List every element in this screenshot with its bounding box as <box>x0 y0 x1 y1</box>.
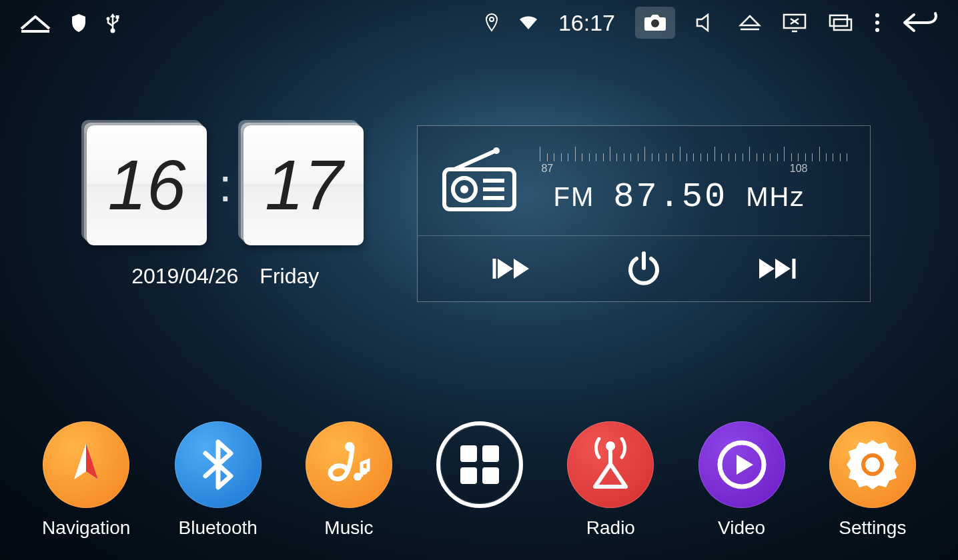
freq-value: 87.50 <box>613 177 727 217</box>
radio-icon <box>438 146 521 216</box>
usb-icon <box>105 11 120 34</box>
status-bar: 16:17 <box>0 0 958 45</box>
svg-point-15 <box>875 13 879 17</box>
svg-point-5 <box>490 17 494 21</box>
svg-rect-34 <box>460 467 477 484</box>
svg-point-25 <box>493 147 500 154</box>
svg-rect-33 <box>482 445 499 462</box>
app-dock: NavigationBluetoothMusicRadioVideoSettin… <box>0 421 958 540</box>
svg-line-24 <box>454 151 494 169</box>
radio-prev-button[interactable] <box>489 255 536 283</box>
clock-widget[interactable]: 16 : 17 2019/04/26 Friday <box>87 125 364 302</box>
app-label: Navigation <box>42 517 130 540</box>
svg-rect-32 <box>460 445 477 462</box>
svg-point-31 <box>361 468 368 475</box>
wifi-icon <box>518 15 538 31</box>
app-navigation[interactable]: Navigation <box>42 421 130 540</box>
app-apps[interactable] <box>436 421 523 540</box>
app-label: Video <box>718 517 765 540</box>
settings-icon <box>829 421 916 508</box>
svg-point-20 <box>460 185 468 193</box>
app-label: Radio <box>586 517 635 540</box>
video-icon <box>698 421 785 508</box>
svg-point-3 <box>107 17 110 21</box>
svg-point-7 <box>651 19 659 27</box>
svg-rect-4 <box>116 15 119 19</box>
dial-min-label: 87 <box>541 163 553 175</box>
home-icon[interactable] <box>19 11 52 34</box>
app-label: Settings <box>839 517 906 540</box>
radio-next-button[interactable] <box>753 255 799 283</box>
music-icon <box>306 421 392 508</box>
app-music[interactable]: Music <box>306 421 392 540</box>
app-video[interactable]: Video <box>698 421 785 540</box>
svg-rect-14 <box>834 19 851 30</box>
svg-point-29 <box>345 442 354 451</box>
radio-dial[interactable]: 87 108 <box>537 145 850 173</box>
svg-point-16 <box>875 21 879 25</box>
freq-unit: MHz <box>746 182 805 212</box>
clock-hours: 16 <box>87 125 207 245</box>
svg-point-36 <box>606 441 615 451</box>
clock-date: 2019/04/26 <box>131 264 238 289</box>
radio-icon <box>567 421 654 508</box>
location-icon <box>485 13 498 33</box>
svg-point-30 <box>354 473 362 481</box>
app-radio[interactable]: Radio <box>567 421 654 540</box>
camera-button[interactable] <box>635 7 675 39</box>
app-settings[interactable]: Settings <box>829 421 916 540</box>
shield-icon <box>71 13 87 33</box>
volume-icon[interactable] <box>695 13 718 33</box>
clock-minutes: 17 <box>244 125 364 245</box>
bluetooth-icon <box>175 421 262 508</box>
svg-rect-35 <box>482 467 499 484</box>
app-bluetooth[interactable]: Bluetooth <box>175 421 262 540</box>
dial-max-label: 108 <box>790 163 808 175</box>
eject-icon[interactable] <box>738 13 762 32</box>
clock-colon: : <box>219 159 231 212</box>
navigation-icon <box>43 421 129 508</box>
app-label: Music <box>324 517 373 540</box>
svg-point-17 <box>875 28 879 32</box>
app-label: Bluetooth <box>178 517 257 540</box>
cascade-icon[interactable] <box>827 13 854 33</box>
back-icon[interactable] <box>901 11 939 35</box>
more-icon[interactable] <box>874 11 881 34</box>
freq-band: FM <box>553 182 594 212</box>
close-screen-icon[interactable] <box>782 13 807 33</box>
status-time: 16:17 <box>558 10 615 36</box>
svg-rect-13 <box>830 15 847 26</box>
apps-icon <box>436 421 523 508</box>
radio-power-button[interactable] <box>624 249 663 288</box>
radio-widget: 87 108 FM 87.50 MHz <box>417 125 871 302</box>
clock-weekday: Friday <box>260 264 319 289</box>
